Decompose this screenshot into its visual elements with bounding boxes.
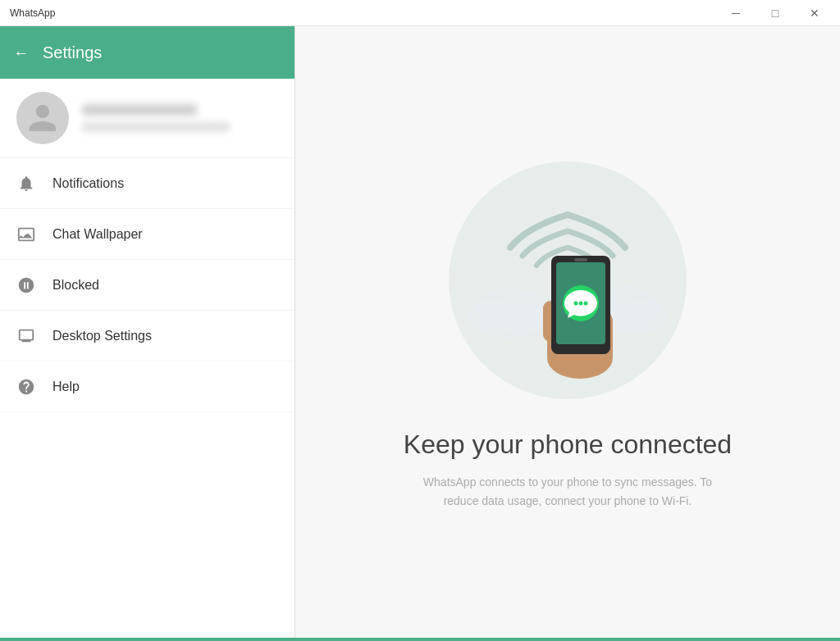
app-title: WhatsApp (10, 7, 717, 19)
svg-point-19 (579, 302, 583, 306)
svg-point-7 (617, 300, 666, 331)
main-content: Keep your phone connected WhatsApp conne… (295, 26, 840, 641)
chat-wallpaper-label: Chat Wallpaper (52, 227, 143, 242)
bell-icon (16, 174, 36, 193)
svg-rect-16 (574, 258, 587, 261)
phone-illustration (445, 157, 691, 403)
menu-item-desktop-settings[interactable]: Desktop Settings (0, 311, 294, 361)
menu-item-blocked[interactable]: Blocked (0, 260, 294, 311)
main-subtitle: WhatsApp connects to your phone to sync … (420, 473, 715, 510)
settings-header: ← Settings (0, 26, 294, 79)
profile-status (82, 122, 230, 132)
image-icon (16, 225, 36, 244)
menu-item-help[interactable]: Help (0, 361, 294, 412)
settings-menu: Notifications Chat Wallpaper Blocked (0, 158, 294, 641)
avatar (16, 92, 69, 144)
menu-item-notifications[interactable]: Notifications (0, 158, 294, 209)
settings-title: Settings (43, 43, 102, 62)
menu-item-chat-wallpaper[interactable]: Chat Wallpaper (0, 209, 294, 260)
help-label: Help (52, 380, 80, 394)
title-bar: WhatsApp ─ □ ✕ (0, 0, 840, 26)
sidebar: ← Settings Notific (0, 26, 295, 641)
app-container: ← Settings Notific (0, 26, 840, 641)
bottom-accent-bar (0, 638, 840, 641)
help-icon (16, 377, 36, 397)
back-button[interactable]: ← (13, 43, 30, 62)
blocked-label: Blocked (52, 278, 99, 293)
desktop-settings-label: Desktop Settings (52, 329, 152, 343)
profile-info (82, 104, 278, 132)
profile-section[interactable] (0, 79, 294, 158)
close-button[interactable]: ✕ (796, 0, 833, 26)
svg-point-20 (584, 302, 588, 306)
notifications-label: Notifications (52, 176, 124, 191)
profile-name (82, 104, 197, 116)
main-title: Keep your phone connected (404, 430, 732, 460)
blocked-icon (16, 275, 36, 295)
minimize-button[interactable]: ─ (717, 0, 755, 26)
maximize-button[interactable]: □ (756, 0, 794, 26)
svg-point-18 (574, 302, 578, 306)
window-controls: ─ □ ✕ (717, 0, 833, 26)
monitor-icon (16, 326, 36, 346)
